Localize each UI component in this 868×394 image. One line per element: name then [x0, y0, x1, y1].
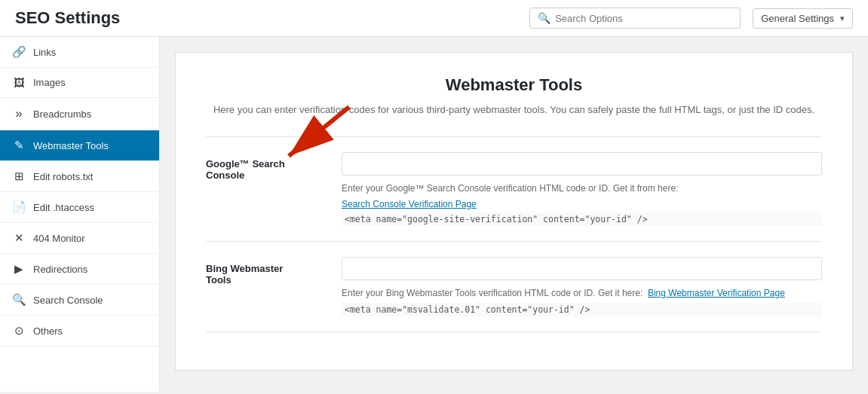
robots-icon: ⊞: [12, 170, 26, 183]
sidebar-item-label: Links: [33, 47, 56, 58]
sidebar-item-links[interactable]: 🔗 Links: [0, 37, 159, 68]
bing-verification-link[interactable]: Bing Webmaster Verification Page: [648, 288, 785, 298]
content-title: Webmaster Tools: [206, 75, 822, 95]
search-box[interactable]: 🔍: [529, 8, 741, 29]
sidebar-item-search-console[interactable]: 🔍 Search Console: [0, 285, 159, 316]
dropdown-label: General Settings: [761, 13, 834, 24]
sidebar-item-label: Edit .htaccess: [33, 202, 94, 213]
bing-control: Enter your Bing Webmaster Tools verifica…: [342, 257, 822, 316]
sidebar: 🔗 Links 🖼 Images » Breadcrumbs ✎ Webmast…: [0, 37, 160, 392]
sidebar-item-label: Breadcrumbs: [33, 108, 91, 120]
search-icon: 🔍: [538, 12, 551, 24]
page-title: SEO Settings: [15, 8, 120, 28]
sidebar-item-others[interactable]: ⊙ Others: [0, 316, 159, 347]
search-input[interactable]: [555, 13, 732, 24]
google-label: Google™ SearchConsole: [206, 152, 342, 181]
sidebar-item-label: Others: [33, 325, 63, 337]
webmaster-tools-icon: ✎: [12, 139, 26, 152]
bing-label: Bing WebmasterTools: [206, 257, 342, 286]
monitor-icon: ✕: [12, 231, 26, 245]
sidebar-item-label: Search Console: [33, 295, 103, 306]
links-icon: 🔗: [12, 45, 26, 59]
search-console-verification-link[interactable]: Search Console Verification Page: [342, 199, 477, 209]
header: SEO Settings 🔍 General Settings ▾: [0, 0, 868, 37]
google-input[interactable]: [342, 152, 822, 176]
google-meta-code: <meta name="google-site-verification" co…: [342, 212, 822, 226]
general-settings-dropdown[interactable]: General Settings ▾: [753, 8, 853, 29]
sidebar-item-edit-htaccess[interactable]: 📄 Edit .htaccess: [0, 192, 159, 223]
bing-hint: Enter your Bing Webmaster Tools verifica…: [342, 286, 822, 300]
main-content: Webmaster Tools Here you can enter verif…: [160, 37, 868, 392]
htaccess-icon: 📄: [12, 200, 26, 214]
search-console-icon: 🔍: [12, 293, 26, 307]
others-icon: ⊙: [12, 324, 26, 337]
google-hint: Enter your Google™ Search Console verifi…: [342, 182, 822, 195]
breadcrumbs-icon: »: [12, 106, 26, 121]
sidebar-item-label: 404 Monitor: [33, 233, 85, 244]
sidebar-item-label: Redirections: [33, 264, 87, 275]
sidebar-item-breadcrumbs[interactable]: » Breadcrumbs: [0, 98, 159, 130]
bing-section: Bing WebmasterTools Enter your Bing Webm…: [206, 257, 822, 332]
sidebar-item-edit-robots[interactable]: ⊞ Edit robots.txt: [0, 161, 159, 192]
chevron-down-icon: ▾: [840, 14, 845, 23]
sidebar-item-404-monitor[interactable]: ✕ 404 Monitor: [0, 223, 159, 254]
sidebar-item-label: Images: [33, 77, 66, 88]
sidebar-item-redirections[interactable]: ▶ Redirections: [0, 254, 159, 285]
sidebar-item-label: Edit robots.txt: [33, 171, 93, 182]
bing-input[interactable]: [342, 257, 822, 280]
sidebar-item-label: Webmaster Tools: [33, 140, 109, 151]
content-box: Webmaster Tools Here you can enter verif…: [175, 52, 853, 371]
sidebar-item-webmaster-tools[interactable]: ✎ Webmaster Tools: [0, 130, 159, 161]
divider: [206, 136, 822, 137]
images-icon: 🖼: [12, 76, 26, 89]
bing-meta-code: <meta name="msvalidate.01" content="your…: [342, 303, 822, 316]
redirections-icon: ▶: [12, 262, 26, 276]
google-section: Google™ SearchConsole Enter your Google™…: [206, 152, 822, 242]
sidebar-item-images[interactable]: 🖼 Images: [0, 68, 159, 98]
content-description: Here you can enter verification codes fo…: [206, 102, 822, 118]
layout: 🔗 Links 🖼 Images » Breadcrumbs ✎ Webmast…: [0, 37, 868, 392]
google-control: Enter your Google™ Search Console verifi…: [342, 152, 822, 226]
